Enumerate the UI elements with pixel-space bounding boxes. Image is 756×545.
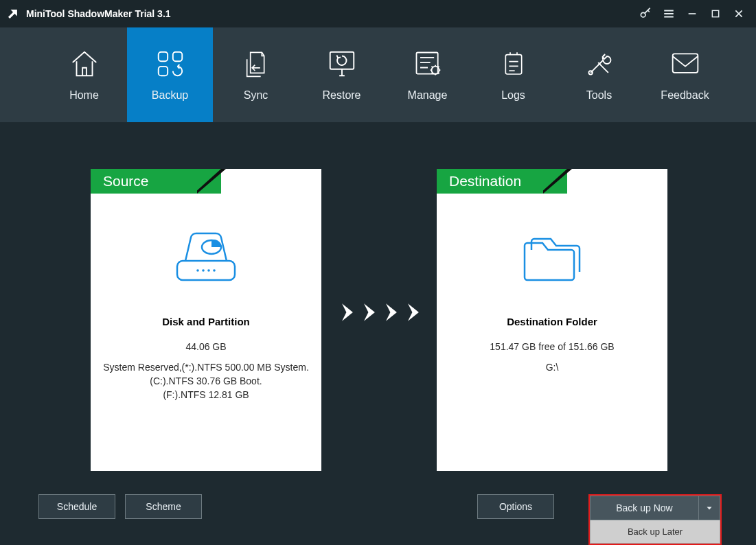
nav-manage[interactable]: Manage (385, 27, 470, 122)
backup-icon (154, 48, 186, 80)
nav-label: Tools (586, 89, 612, 102)
svg-point-14 (202, 269, 205, 272)
titlebar: MiniTool ShadowMaker Trial 3.1 (0, 0, 756, 27)
svg-point-0 (641, 12, 645, 17)
source-detail-3: (F:).NTFS 12.81 GB (163, 388, 249, 402)
folder-icon (518, 232, 586, 287)
source-tab: Source (91, 169, 221, 194)
backup-later-button[interactable]: Back up Later (590, 520, 720, 544)
source-title: Disk and Partition (162, 316, 250, 327)
svg-point-13 (196, 269, 199, 272)
close-button[interactable] (727, 0, 751, 27)
tools-icon (584, 48, 615, 80)
main-area: Source Disk and Partition 44.06 GB Syste… (0, 122, 756, 487)
key-icon[interactable] (634, 0, 657, 27)
bottom-bar: Schedule Scheme Options Back up Now Back… (0, 487, 756, 545)
nav-label: Restore (322, 89, 360, 102)
nav-label: Backup (152, 89, 188, 102)
nav-label: Sync (244, 89, 268, 102)
app-title: MiniTool ShadowMaker Trial 3.1 (26, 8, 171, 19)
nav-sync[interactable]: Sync (213, 27, 299, 122)
nav-label: Manage (408, 89, 448, 102)
manage-icon (413, 48, 443, 80)
source-tab-label: Source (103, 169, 149, 194)
svg-rect-2 (158, 52, 167, 61)
backup-button-group: Back up Now Back up Later (588, 494, 722, 545)
svg-rect-3 (172, 52, 181, 61)
feedback-icon (670, 48, 700, 80)
disk-icon (172, 232, 240, 287)
source-detail-1: System Reserved,(*:).NTFS 500.00 MB Syst… (103, 360, 309, 374)
maximize-button[interactable] (704, 0, 727, 27)
destination-body[interactable]: Destination Folder 151.47 GB free of 151… (437, 194, 667, 471)
nav-label: Home (69, 89, 99, 102)
backup-now-button[interactable]: Back up Now (590, 496, 698, 520)
dest-tab-label: Destination (449, 169, 521, 194)
source-size: 44.06 GB (185, 340, 226, 353)
nav-label: Feedback (661, 89, 709, 102)
minimize-button[interactable] (680, 0, 704, 27)
nav-home[interactable]: Home (41, 27, 127, 122)
menu-icon[interactable] (657, 0, 680, 27)
main-nav: Home Backup Sync Restore Manage Logs T (0, 27, 756, 122)
svg-rect-10 (672, 54, 698, 73)
nav-feedback[interactable]: Feedback (642, 27, 728, 122)
backup-dropdown-button[interactable] (698, 496, 720, 520)
destination-tab: Destination (437, 169, 567, 194)
arrow-icon (339, 299, 426, 325)
source-detail-2: (C:).NTFS 30.76 GB Boot. (150, 374, 262, 388)
source-body[interactable]: Disk and Partition 44.06 GB System Reser… (91, 194, 321, 471)
dest-title: Destination Folder (507, 316, 597, 327)
svg-point-16 (213, 269, 216, 272)
nav-label: Logs (501, 89, 525, 102)
dest-size: 151.47 GB free of 151.66 GB (490, 340, 614, 353)
scheme-button[interactable]: Scheme (125, 494, 202, 519)
home-icon (69, 48, 100, 80)
destination-panel: Destination Destination Folder 151.47 GB… (437, 169, 667, 471)
svg-rect-1 (712, 10, 718, 16)
nav-restore[interactable]: Restore (299, 27, 385, 122)
nav-tools[interactable]: Tools (556, 27, 642, 122)
options-button[interactable]: Options (477, 494, 554, 519)
svg-rect-6 (416, 53, 437, 74)
svg-point-15 (207, 269, 210, 272)
svg-rect-4 (158, 67, 167, 76)
logs-icon (500, 48, 527, 80)
source-panel: Source Disk and Partition 44.06 GB Syste… (91, 169, 321, 471)
nav-logs[interactable]: Logs (470, 27, 556, 122)
dest-path: G:\ (546, 360, 559, 374)
schedule-button[interactable]: Schedule (38, 494, 115, 519)
app-logo-icon (5, 6, 21, 21)
svg-rect-5 (330, 52, 354, 69)
sync-icon (242, 48, 270, 80)
svg-rect-11 (177, 261, 235, 280)
restore-icon (326, 48, 358, 80)
nav-backup[interactable]: Backup (127, 27, 213, 122)
